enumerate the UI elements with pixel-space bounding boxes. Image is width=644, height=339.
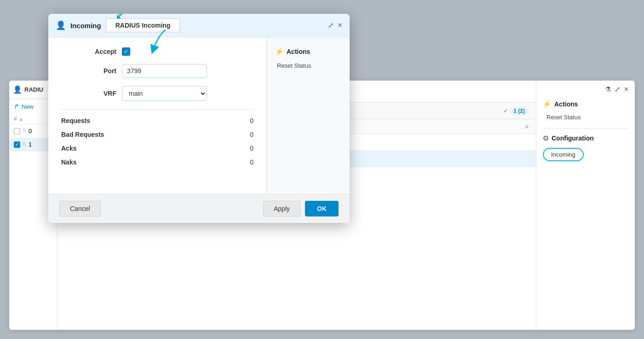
sort-icon: ▲ [19,117,23,122]
new-label: New [22,103,34,110]
close-right-panel-btn[interactable]: × [624,85,628,94]
filter-icon-btn[interactable]: ⚗ [605,85,611,94]
row-0-id: 0 [29,128,32,134]
right-panel: ⚗ ⤢ × ⚡ Actions Reset Status ⊙ Configura… [536,81,635,330]
reset-status-item[interactable]: Reset Status [543,112,628,123]
acks-row: Acks 0 [61,145,253,152]
expand-icon-btn[interactable]: ⤢ [615,85,621,94]
bad-requests-value: 0 [250,131,253,138]
port-label: Port [61,67,116,75]
vrf-select[interactable]: main other [122,86,207,101]
row-1-id: 1 [29,141,32,148]
right-panel-controls: ⚗ ⤢ × [543,85,628,94]
ok-button[interactable]: OK [305,201,339,216]
actions-section-header: ⚡ Actions [543,100,628,108]
port-row: Port [61,64,253,78]
footer-right-buttons: Apply OK [263,201,339,216]
drag-icon-0: ⠿ [23,128,26,134]
naks-row: Naks 0 [61,158,253,166]
modal-title-icon: 👤 [56,20,66,30]
accept-checkbox[interactable]: ✓ [122,47,130,56]
modal-dialog: 👤 Incoming ↑ ↙ RADIUS Incoming ⤢ × Accep… [48,14,350,223]
modal-actions-panel: ⚡ Actions Reset Status [267,37,350,194]
vrf-label: VRF [61,90,116,97]
new-icon: ↱ [14,103,19,110]
hash-label: # [14,116,17,122]
configuration-section-header: ⊙ Configuration [543,134,628,142]
modal-controls: ⤢ × [328,21,342,30]
modal-actions-header: ⚡ Actions [275,47,341,56]
modal-form: Accept ✓ Port VRF main other Requests 0 [48,37,267,194]
modal-tab-label: RADIUS Incoming [115,22,171,29]
config-icon: ⊙ [543,134,549,142]
modal-actions-label: Actions [287,48,310,55]
section-divider [543,128,628,129]
row-1-checkbox[interactable]: ✓ [14,141,20,148]
lightning-icon-modal: ⚡ [275,47,284,56]
acks-label: Acks [61,145,76,152]
check-icon: ✓ [503,108,508,114]
modal-reset-status-label: Reset Status [277,62,311,69]
lightning-icon-right: ⚡ [543,100,552,108]
drag-icon-1: ⠿ [23,141,26,147]
modal-body: Accept ✓ Port VRF main other Requests 0 [48,37,350,194]
user-icon: 👤 [13,85,22,94]
bad-requests-label: Bad Requests [61,131,104,138]
modal-footer: Cancel Apply OK [48,194,350,223]
form-divider [61,109,253,110]
requests-label: Requests [61,117,90,124]
accept-row: Accept ✓ [61,47,253,56]
modal-expand-btn[interactable]: ⤢ [328,21,334,30]
apply-button[interactable]: Apply [263,201,300,216]
cancel-button[interactable]: Cancel [59,201,101,216]
accept-label: Accept [61,48,116,55]
config-header-label: Configuration [552,134,594,142]
modal-reset-status[interactable]: Reset Status [275,60,341,71]
modal-close-btn[interactable]: × [338,21,342,30]
modal-tab[interactable]: ↑ ↙ RADIUS Incoming [106,18,180,32]
row-0-checkbox[interactable] [14,128,20,134]
modal-titlebar: 👤 Incoming ↑ ↙ RADIUS Incoming ⤢ × [48,14,350,37]
requests-value: 0 [250,117,253,124]
requests-row: Requests 0 [61,117,253,124]
port-input[interactable] [122,64,207,78]
naks-label: Naks [61,158,76,166]
count-badge: 1 (2) [510,107,529,115]
reset-status-label: Reset Status [546,114,581,121]
bad-requests-row: Bad Requests 0 [61,131,253,138]
actions-header-label: Actions [554,100,578,108]
modal-title-main: Incoming [70,22,101,29]
col-menu-icon[interactable]: ≡ [525,123,529,130]
vrf-row: VRF main other [61,86,253,101]
naks-value: 0 [250,158,253,166]
acks-value: 0 [250,145,253,152]
sidebar-title: RADIU [24,86,43,93]
incoming-circle-label: Incoming [551,151,575,158]
arrow-down-indicator: ↙ [115,14,124,22]
incoming-circle-btn[interactable]: Incoming [543,148,584,161]
